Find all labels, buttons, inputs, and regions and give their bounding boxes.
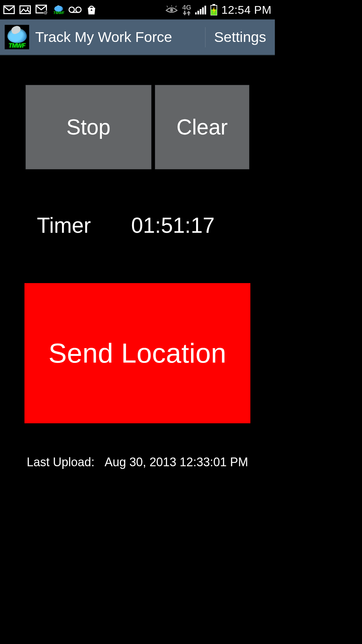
last-upload-label: Last Upload: [27,455,95,469]
app-icon: TMWF [5,25,29,49]
svg-rect-17 [197,11,199,14]
last-upload-value: Aug 30, 2013 12:33:01 PM [105,455,248,469]
svg-point-7 [76,7,81,12]
svg-marker-14 [183,11,187,15]
status-clock: 12:54 PM [221,3,272,16]
status-left-icons: @ TMWF [3,4,97,15]
timer-control-row: Stop Clear [25,85,249,169]
timer-row: Timer 01:51:17 [0,213,275,238]
svg-marker-15 [187,11,191,15]
app-title: Track My Work Force [35,29,172,45]
svg-text:@: @ [44,10,47,14]
svg-line-11 [167,6,168,7]
stop-button[interactable]: Stop [25,85,152,169]
svg-line-13 [176,6,176,7]
clear-button[interactable]: Clear [155,85,249,169]
cellular-signal-icon [195,5,206,14]
mail-at-icon: @ [36,5,48,15]
status-bar: @ TMWF [0,0,275,19]
svg-rect-20 [204,6,206,14]
main-content: Stop Clear Timer 01:51:17 Send Location … [0,85,275,469]
last-upload-row: Last Upload: Aug 30, 2013 12:33:01 PM [0,455,275,469]
tmwf-app-notification-icon: TMWF [53,4,64,15]
voicemail-icon [68,6,82,14]
svg-point-2 [27,7,28,9]
timer-value: 01:51:17 [131,213,215,238]
svg-point-10 [170,9,173,12]
mail-icon [3,5,15,14]
svg-rect-19 [202,7,204,14]
settings-button[interactable]: Settings [205,19,275,55]
svg-rect-18 [200,9,201,14]
network-4g-icon: 4G [182,4,191,15]
battery-charging-icon [210,4,217,15]
eye-icon [165,5,178,14]
action-bar: TMWF Track My Work Force Settings [0,19,275,55]
send-location-button[interactable]: Send Location [24,283,250,423]
shopping-bag-icon [86,4,97,15]
timer-label: Timer [37,213,91,238]
image-icon [19,5,31,14]
svg-rect-1 [20,6,31,14]
status-right-icons: 4G 12:54 PM [165,3,272,16]
svg-rect-16 [195,12,197,14]
svg-point-6 [69,7,74,12]
